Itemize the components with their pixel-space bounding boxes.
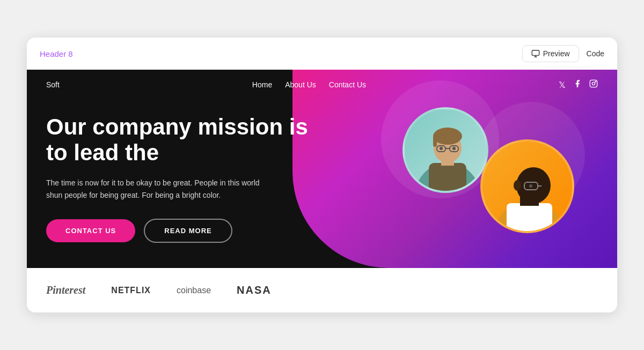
person-1-illustration xyxy=(405,109,488,193)
hero-title: Our company mission is to lead the xyxy=(46,114,319,166)
svg-rect-11 xyxy=(433,136,437,147)
svg-point-16 xyxy=(452,147,456,150)
nav-link-about[interactable]: About Us xyxy=(285,80,316,89)
twitter-icon[interactable]: 𝕏 xyxy=(559,80,566,90)
top-bar-actions: Preview Code xyxy=(522,45,604,62)
read-more-button[interactable]: READ MORE xyxy=(144,219,232,243)
svg-point-4 xyxy=(592,82,595,85)
instagram-icon[interactable] xyxy=(589,79,598,90)
facebook-icon[interactable] xyxy=(573,79,582,90)
avatar-2 xyxy=(480,139,574,233)
nav-link-contact[interactable]: Contact Us xyxy=(329,80,366,89)
preview-button[interactable]: Preview xyxy=(522,45,579,62)
avatar-area xyxy=(381,102,574,263)
logo-nasa: NASA xyxy=(237,284,272,296)
nav-link-home[interactable]: Home xyxy=(252,80,272,89)
svg-rect-0 xyxy=(532,50,539,55)
svg-point-15 xyxy=(440,147,443,150)
logos-section: Pinterest NETFLIX coinbase NASA xyxy=(27,268,617,312)
svg-point-10 xyxy=(433,128,462,145)
svg-point-21 xyxy=(514,180,521,191)
logo-pinterest: Pinterest xyxy=(46,284,85,296)
hero-buttons: CONTACT US READ MORE xyxy=(46,219,319,243)
svg-rect-3 xyxy=(590,80,597,87)
page-title: Header 8 xyxy=(40,49,73,58)
svg-rect-18 xyxy=(507,203,552,233)
contact-us-button[interactable]: CONTACT US xyxy=(46,219,135,242)
nav-links: Home About Us Contact Us xyxy=(252,80,366,89)
svg-point-24 xyxy=(529,184,532,188)
logo-coinbase: coinbase xyxy=(177,286,211,295)
logo-netflix: NETFLIX xyxy=(111,286,151,295)
avatar-1 xyxy=(402,107,488,193)
nav-logo: Soft xyxy=(46,80,60,89)
hero-content: Our company mission is to lead the The t… xyxy=(27,100,338,268)
hero-description: The time is now for it to be okay to be … xyxy=(46,177,277,202)
svg-rect-7 xyxy=(429,163,466,193)
code-button[interactable]: Code xyxy=(583,49,604,58)
hero-section: Soft Home About Us Contact Us 𝕏 Our comp… xyxy=(27,70,617,268)
svg-point-5 xyxy=(595,81,596,82)
page-wrapper: Header 8 Preview Code xyxy=(27,38,617,312)
monitor-icon xyxy=(531,49,540,58)
hero-nav: Soft Home About Us Contact Us 𝕏 xyxy=(27,70,617,100)
top-bar: Header 8 Preview Code xyxy=(27,38,617,70)
person-2-illustration xyxy=(482,142,574,233)
nav-socials: 𝕏 xyxy=(559,79,598,90)
svg-point-20 xyxy=(516,167,551,204)
